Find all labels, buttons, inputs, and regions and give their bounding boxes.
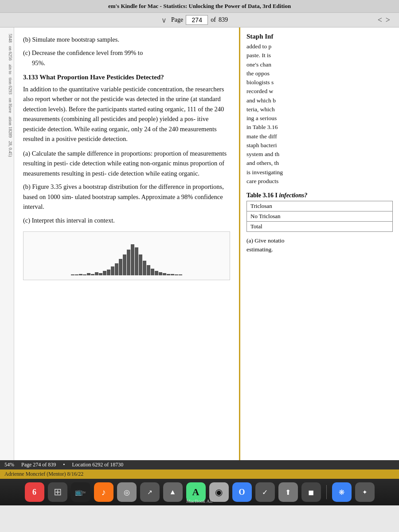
status-location: Location 6292 of 18730 (72, 462, 124, 468)
macos-dock: 6 ⊞ 📺tv ♪ ◎ ↗ ▲ A ◉ O ✓ ⬆ ◼ ❋ ✦ MacBook … (0, 479, 399, 505)
dock-item-signal[interactable]: ↗ (140, 482, 160, 502)
sub-part-b: (b) Figure 3.35 gives a bootstrap distri… (23, 182, 230, 211)
user-bar: Adrienne Moncrief (Mentor) 8/16/22 (0, 469, 399, 479)
left-sidebar: 5848 on 6256 ain to tion 6293 on Have at… (0, 27, 14, 460)
sub-part-b-content: (b) Figure 3.35 gives a bootstrap distri… (23, 182, 230, 211)
staph-title: Staph Inf (246, 33, 393, 40)
right-line-14: is investigating (246, 169, 283, 176)
section-title: What Proportion Have Pesticides Detected… (39, 74, 164, 81)
right-line-10: mate the diff (246, 133, 277, 140)
right-panel: Staph Inf added to p paste. It is one's … (240, 27, 399, 460)
chevron-left[interactable]: < (378, 16, 382, 25)
chevron-right[interactable]: > (386, 16, 390, 25)
table-row: Total (247, 222, 393, 232)
chart-bar (95, 272, 98, 275)
right-line-0: added to p (246, 43, 271, 50)
title-bar: em's Kindle for Mac - Statistics: Unlock… (0, 0, 399, 13)
dock-item-arrow-up[interactable]: ▲ (163, 482, 183, 502)
chart-bar (171, 274, 174, 275)
right-line-1: paste. It is (246, 52, 271, 59)
chart-bar (123, 254, 126, 275)
left-panel: (b) Simulate more bootstrap samples. (c)… (14, 27, 240, 460)
right-line-7: teria, which (246, 106, 275, 113)
content-area: 5848 on 6256 ain to tion 6293 on Have at… (0, 27, 399, 460)
sub-part-a-text: Calculate the sample difference in propo… (23, 150, 227, 177)
chart-bar (75, 274, 78, 275)
chart-bar (143, 261, 146, 275)
chart-bar (119, 259, 122, 275)
right-line-11: staph bacteri (246, 142, 277, 149)
body-paragraph: In addition to the quantitative variable… (23, 84, 230, 144)
sub-part-a-content: (a) Calculate the sample difference in p… (23, 149, 230, 178)
dock-item-grid[interactable]: ⊞ (48, 482, 67, 502)
chart-bar (83, 274, 86, 275)
dock-item-square[interactable]: ◼ (301, 482, 321, 502)
dock-item-check[interactable]: ✓ (255, 482, 275, 502)
dock-separator (326, 485, 327, 499)
table-section: Table 3.16 I infections? Triclosan No Tr… (246, 192, 393, 232)
sidebar-item-ain[interactable]: ain to (0, 63, 14, 76)
table-title: Table 3.16 I infections? (246, 192, 393, 199)
table-cell-no-triclosan: No Triclosan (247, 211, 393, 222)
sidebar-item-6293[interactable]: tion 6293 (0, 76, 14, 96)
chart-bar (167, 274, 170, 275)
data-table: Triclosan No Triclosan Total (246, 201, 393, 232)
part-c-end: 95%. (23, 59, 45, 66)
chart-bar (127, 250, 130, 275)
page-number-input[interactable] (186, 15, 208, 25)
chart-bar (155, 271, 158, 275)
of-label: of (211, 16, 216, 23)
chart-bar (179, 274, 182, 275)
user-bar-text: Adrienne Moncrief (Mentor) 8/16/22 (4, 471, 83, 477)
page-navigation: Page of 839 (171, 15, 228, 25)
dock-item-star[interactable]: ✦ (355, 482, 375, 502)
sidebar-item-045[interactable]: 28, 0.45) (0, 139, 14, 159)
nav-chevrons: < > (378, 16, 390, 25)
chart-bar (159, 272, 162, 275)
right-line-6: and which b (246, 97, 276, 104)
part-c-start: (c) Decrease the confidence level from 9… (23, 49, 143, 56)
dock-item-wifi[interactable]: ◎ (117, 482, 137, 502)
chart-bar (163, 273, 166, 275)
sidebar-item-6256[interactable]: on 6256 (0, 44, 14, 63)
right-panel-text: added to p paste. It is one's chan the o… (246, 42, 393, 186)
dock-item-6[interactable]: 6 (25, 482, 44, 502)
dock-item-upload[interactable]: ⬆ (278, 482, 298, 502)
chart-bar (87, 273, 90, 275)
chart-bar (107, 270, 110, 275)
right-line-15: care products (246, 178, 278, 184)
sidebar-item-5848[interactable]: 5848 (0, 32, 14, 44)
part-b: (b) Simulate more bootstrap samples. (23, 35, 230, 44)
status-page-info: Page 274 of 839 (21, 462, 56, 468)
section-number: 3.133 (23, 74, 38, 81)
sub-part-a-label: (a) (23, 150, 30, 157)
give-notation-text: (a) Give notatio (246, 237, 284, 244)
right-line-4: biologists s (246, 79, 274, 86)
page-label: Page (171, 16, 183, 23)
sidebar-item-have[interactable]: on Have (0, 96, 14, 115)
right-line-13: and others, th (246, 160, 279, 166)
sidebar-item-18289[interactable]: ation 18289 (0, 115, 14, 140)
chart-bar (103, 271, 106, 275)
total-pages: 839 (219, 16, 228, 23)
chart-bar (135, 247, 138, 275)
status-percent: 54% (4, 462, 14, 468)
dock-item-tv[interactable]: 📺tv (71, 482, 90, 502)
chart-bar (71, 274, 74, 275)
part-c: (c) Decrease the confidence level from 9… (23, 48, 230, 68)
right-line-2: one's chan (246, 61, 271, 68)
sub-part-b-label: (b) (23, 183, 31, 190)
estimating-text: estimating. (246, 246, 273, 253)
sub-part-a: (a) Calculate the sample difference in p… (23, 149, 230, 178)
chart-bar (91, 274, 94, 275)
title-text: em's Kindle for Mac - Statistics: Unlock… (108, 3, 291, 9)
nav-bar: ∨ Page of 839 < > (0, 13, 399, 27)
table-row: Triclosan (247, 201, 393, 211)
chart-bar (115, 263, 118, 275)
chart-bar (139, 254, 142, 275)
table-cell-triclosan: Triclosan (247, 201, 393, 211)
dock-item-bluetooth[interactable]: ❋ (332, 482, 352, 502)
dock-item-o[interactable]: O (232, 482, 252, 502)
dock-item-music[interactable]: ♪ (94, 482, 113, 502)
dropdown-arrow[interactable]: ∨ (161, 16, 167, 24)
